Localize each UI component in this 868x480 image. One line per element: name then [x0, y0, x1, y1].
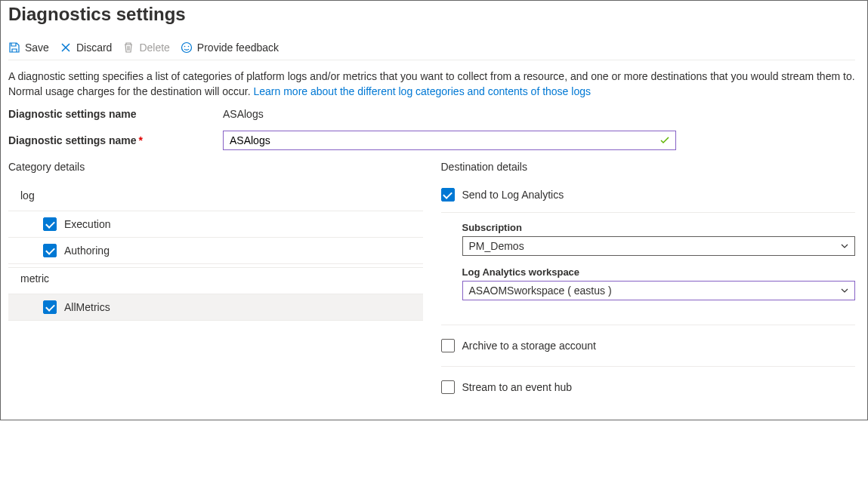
subscription-select[interactable]: PM_Demos	[462, 236, 855, 256]
checkbox-stream[interactable]	[441, 380, 455, 394]
settings-name-label-text: Diagnostic settings name	[8, 134, 137, 146]
settings-name-value-static: ASAlogs	[223, 108, 264, 120]
svg-point-1	[184, 46, 186, 48]
checkbox-authoring[interactable]	[43, 244, 57, 257]
category-details-column: Category details log Execution Authoring…	[8, 161, 423, 408]
save-label: Save	[25, 42, 49, 54]
delete-button: Delete	[122, 42, 169, 54]
workspace-select[interactable]: ASAOMSworkspace ( eastus )	[462, 281, 855, 300]
trash-icon	[122, 42, 134, 54]
group-label-metric: metric	[8, 267, 423, 289]
subscription-label: Subscription	[462, 222, 856, 233]
category-item-label: Execution	[64, 218, 110, 230]
discard-button[interactable]: Discard	[60, 42, 112, 54]
destination-details-column: Destination details Send to Log Analytic…	[441, 161, 856, 408]
category-details-header: Category details	[8, 161, 423, 173]
category-item-execution[interactable]: Execution	[8, 211, 423, 237]
settings-name-label-static: Diagnostic settings name	[8, 108, 223, 120]
checkbox-archive[interactable]	[441, 339, 455, 352]
checkbox-send-la[interactable]	[441, 188, 455, 202]
discard-label: Discard	[76, 42, 112, 54]
destination-label: Stream to an event hub	[462, 381, 573, 393]
toolbar: Save Discard Delete Provide feedback	[8, 38, 855, 60]
destination-label: Send to Log Analytics	[462, 189, 564, 201]
workspace-label: Log Analytics workspace	[462, 266, 856, 278]
feedback-button[interactable]: Provide feedback	[181, 42, 279, 54]
delete-label: Delete	[139, 42, 169, 54]
send-la-sub-settings: Subscription PM_Demos Log Analytics work…	[441, 212, 856, 300]
checkbox-allmetrics[interactable]	[43, 300, 57, 314]
required-asterisk: *	[139, 134, 143, 146]
destination-details-header: Destination details	[441, 161, 856, 173]
category-item-label: Authoring	[64, 245, 110, 257]
workspace-value: ASAOMSworkspace ( eastus )	[469, 285, 612, 297]
page-title: Diagnostics settings	[8, 4, 855, 25]
group-label-log: log	[8, 185, 423, 206]
category-item-allmetrics[interactable]: AllMetrics	[8, 294, 423, 321]
x-icon	[60, 42, 72, 54]
subscription-value: PM_Demos	[469, 240, 524, 252]
checkbox-execution[interactable]	[43, 217, 57, 231]
svg-point-0	[181, 43, 191, 53]
destination-stream[interactable]: Stream to an event hub	[441, 377, 856, 397]
destination-archive[interactable]: Archive to a storage account	[441, 336, 856, 355]
save-icon	[8, 42, 20, 54]
destination-label: Archive to a storage account	[462, 340, 596, 352]
save-button[interactable]: Save	[8, 42, 49, 54]
learn-more-link[interactable]: Learn more about the different log categ…	[254, 85, 591, 97]
svg-point-2	[188, 46, 190, 48]
category-item-authoring[interactable]: Authoring	[8, 237, 423, 264]
settings-name-label-input: Diagnostic settings name*	[8, 134, 223, 146]
settings-name-input[interactable]	[223, 131, 676, 150]
destination-send-la[interactable]: Send to Log Analytics	[441, 185, 856, 205]
description-text: A diagnostic setting specifies a list of…	[8, 69, 855, 99]
feedback-label: Provide feedback	[197, 42, 279, 54]
category-item-label: AllMetrics	[64, 301, 110, 313]
checkmark-icon	[659, 135, 670, 146]
smiley-icon	[181, 42, 193, 54]
